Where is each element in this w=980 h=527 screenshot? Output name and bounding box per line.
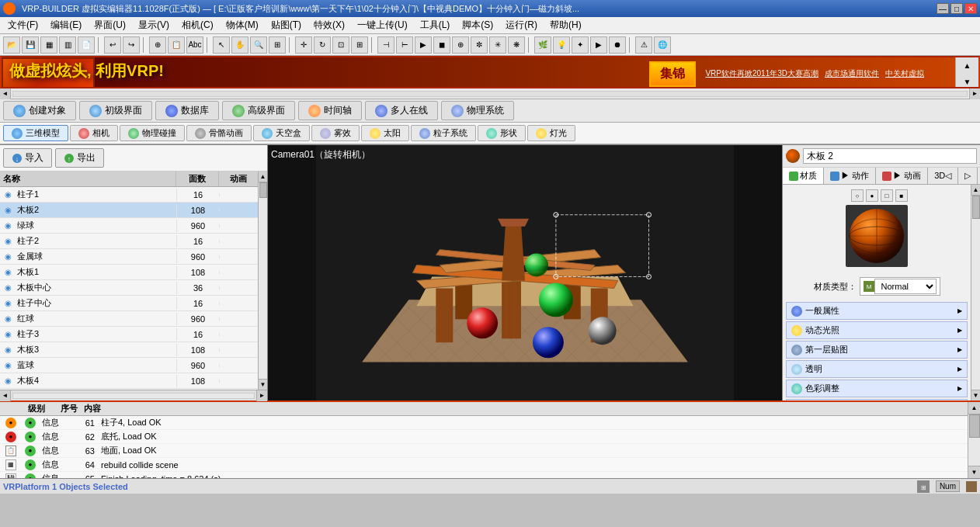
tb-light[interactable]: 💡 [553, 36, 570, 54]
table-row[interactable]: ◉ 柱子1 16 [0, 187, 258, 203]
prop-layer2-header[interactable]: 第二层贴图 ▶ [786, 399, 968, 400]
prop-color-header[interactable]: 色彩调整 ▶ [786, 380, 968, 397]
tb-warn[interactable]: ⚠ [635, 36, 652, 54]
tb-world[interactable]: 🌐 [654, 36, 671, 54]
log-scroll-up[interactable]: ▲ [968, 402, 980, 414]
table-row[interactable]: ◉ 红球 960 [0, 311, 258, 327]
tb-prev[interactable]: ⊣ [377, 36, 394, 54]
banner-scroll-right[interactable]: ► [969, 88, 980, 99]
mat-tab-3d[interactable]: 3D◁ [928, 168, 958, 184]
tab-create-object[interactable]: 创建对象 [3, 101, 76, 120]
log-row[interactable]: ● ● 信息 62 底托, Load OK [0, 430, 968, 444]
table-row[interactable]: ◉ 木板1 108 [0, 265, 258, 280]
tb-undo[interactable]: ↩ [104, 36, 121, 54]
mat-tab-material[interactable]: 材质 [783, 168, 824, 184]
tb-doc[interactable]: 📄 [78, 36, 95, 54]
menu-interface[interactable]: 界面(U) [88, 17, 132, 33]
tb-save[interactable]: 💾 [22, 36, 39, 54]
log-scroll-thumb[interactable] [969, 414, 980, 438]
menu-effect[interactable]: 特效(X) [308, 17, 351, 33]
tab-advanced-ui[interactable]: 高级界面 [222, 101, 295, 120]
banner-link-1[interactable]: VRP软件再掀2011年3D大赛高潮 [705, 68, 818, 79]
tb-redo[interactable]: ↪ [123, 36, 140, 54]
table-row[interactable]: ◉ 柱子3 16 [0, 327, 258, 342]
tb-play[interactable]: ▶ [415, 36, 432, 54]
tb-record[interactable]: ⏺ [609, 36, 626, 54]
tb-fx3[interactable]: ❋ [508, 36, 525, 54]
log-scroll-down[interactable]: ▼ [968, 466, 980, 478]
menu-help[interactable]: 帮助(H) [544, 17, 588, 33]
tb-rec[interactable]: ⊕ [452, 36, 469, 54]
left-scroll-up[interactable]: ▲ [259, 172, 267, 182]
mat-shape-sphere[interactable]: ● [866, 189, 878, 202]
subtab-shape[interactable]: 形状 [478, 125, 526, 141]
menu-texture[interactable]: 贴图(T) [265, 17, 308, 33]
tb-open[interactable]: 📂 [3, 36, 20, 54]
table-row[interactable]: ◉ 柱子2 16 [0, 234, 258, 249]
prop-transparent-header[interactable]: 透明 ▶ [786, 360, 968, 378]
maximize-button[interactable]: □ [950, 3, 963, 14]
tb-grid2[interactable]: ▥ [59, 36, 76, 54]
tb-paste[interactable]: 📋 [168, 36, 185, 54]
left-scroll-thumb[interactable] [259, 182, 267, 198]
left-scroll-down[interactable]: ▼ [259, 379, 267, 390]
log-row[interactable]: ● ● 信息 61 柱子4, Load OK [0, 416, 968, 430]
subtab-3d-model[interactable]: 三维模型 [3, 125, 68, 141]
subtab-fog[interactable]: 雾效 [311, 125, 360, 141]
table-row[interactable]: ◉ 木板2 108 [0, 203, 258, 218]
menu-object[interactable]: 物体(M) [220, 17, 265, 33]
tb-text[interactable]: Abc [186, 36, 203, 54]
subtab-light[interactable]: 灯光 [527, 125, 575, 141]
export-button[interactable]: ↑ 导出 [55, 148, 104, 168]
menu-view[interactable]: 显示(V) [132, 17, 175, 33]
tb-move[interactable]: ✛ [295, 36, 312, 54]
mat-shape-cube1[interactable]: □ [881, 189, 893, 202]
log-row[interactable]: ▦ ● 信息 64 rebuild collide scene [0, 458, 968, 472]
table-row[interactable]: ◉ 木板4 108 [0, 373, 258, 389]
tb-fx2[interactable]: ✳ [489, 36, 506, 54]
prop-lighting-header[interactable]: 动态光照 ▶ [786, 321, 968, 339]
hscroll-right[interactable]: ► [256, 390, 267, 401]
table-row[interactable]: ◉ 柱子中心 16 [0, 296, 258, 311]
tb-cursor[interactable]: ↖ [213, 36, 230, 54]
mat-tab-action[interactable]: ▶ 动作 [824, 168, 876, 184]
menu-run[interactable]: 运行(R) [499, 17, 544, 33]
menu-file[interactable]: 文件(F) [2, 17, 44, 33]
tb-tree[interactable]: 🌿 [534, 36, 551, 54]
mat-shape-cube2[interactable]: ■ [895, 189, 908, 202]
minimize-button[interactable]: — [937, 3, 949, 14]
import-button[interactable]: ↓ 导入 [3, 148, 52, 168]
mat-tab-animation[interactable]: ▶ 动画 [876, 168, 928, 184]
tb-rotate[interactable]: ↻ [314, 36, 331, 54]
menu-camera[interactable]: 相机(C) [175, 17, 220, 33]
tb-copy[interactable]: ⊕ [149, 36, 166, 54]
tb-fx4[interactable]: ✦ [572, 36, 589, 54]
tab-database[interactable]: 数据库 [155, 101, 219, 120]
right-scroll-up[interactable]: ▲ [971, 185, 980, 196]
hscroll-left[interactable]: ◄ [0, 390, 11, 401]
mat-shape-circle[interactable]: ○ [851, 189, 864, 202]
tb-zoom2[interactable]: ⊞ [269, 36, 286, 54]
tb-play2[interactable]: ▶ [590, 36, 607, 54]
tb-zoom[interactable]: 🔍 [250, 36, 267, 54]
tb-grid1[interactable]: ▦ [40, 36, 57, 54]
close-button[interactable]: ✕ [964, 3, 977, 14]
tb-hand[interactable]: ✋ [231, 36, 248, 54]
log-row[interactable]: 📋 ● 信息 63 地面, Load OK [0, 444, 968, 458]
object-name-input[interactable] [803, 148, 977, 164]
subtab-skeleton[interactable]: 骨骼动画 [186, 125, 252, 141]
banner-scroll-up[interactable]: ▲ [964, 61, 971, 70]
log-row[interactable]: 💾 ● 信息 65 Finish Loading, time = 8.624 (… [0, 472, 968, 478]
tb-frame[interactable]: ⊞ [351, 36, 368, 54]
subtab-sun[interactable]: 太阳 [361, 125, 409, 141]
table-row[interactable]: ◉ 木板中心 36 [0, 280, 258, 296]
menu-edit[interactable]: 编辑(E) [44, 17, 88, 33]
subtab-collision[interactable]: 物理碰撞 [120, 125, 185, 141]
banner-scroll-down[interactable]: ▼ [964, 78, 971, 86]
tab-multiplayer[interactable]: 多人在线 [365, 101, 438, 120]
banner-link-3[interactable]: 中关村虚拟 [885, 68, 924, 79]
tab-physics[interactable]: 物理系统 [441, 101, 514, 120]
subtab-particles[interactable]: 粒子系统 [411, 125, 476, 141]
tab-timeline[interactable]: 时间轴 [298, 101, 362, 120]
table-row[interactable]: ◉ 绿球 960 [0, 218, 258, 234]
